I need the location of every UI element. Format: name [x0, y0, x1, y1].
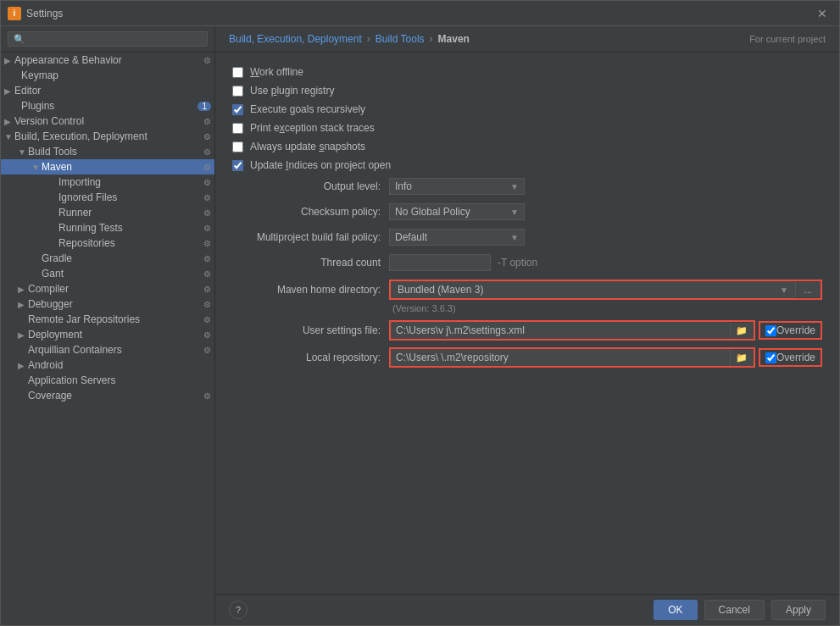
user-settings-override-label[interactable]: Override — [776, 324, 815, 336]
sidebar-item-runner[interactable]: Runner⚙ — [1, 205, 214, 220]
apply-button[interactable]: Apply — [771, 600, 826, 620]
execute-goals-checkbox[interactable] — [232, 104, 243, 115]
sidebar-item-running-tests[interactable]: Running Tests⚙ — [1, 220, 214, 235]
breadcrumb-sep-2: › — [430, 33, 433, 45]
work-offline-checkbox[interactable] — [232, 67, 243, 78]
local-repo-override-checkbox[interactable] — [765, 352, 776, 363]
execute-goals-label[interactable]: Execute goals recursively — [250, 103, 365, 115]
sidebar-item-label: Runner — [58, 207, 200, 219]
cancel-button[interactable]: Cancel — [704, 600, 765, 620]
work-offline-label[interactable]: Work offline — [250, 66, 303, 78]
search-input[interactable] — [8, 31, 208, 47]
sidebar-item-version-control[interactable]: ▶Version Control⚙ — [1, 114, 214, 129]
sidebar-item-arquillian[interactable]: Arquillian Containers⚙ — [1, 342, 214, 357]
maven-home-select[interactable]: Bundled (Maven 3) ▼ — [391, 281, 795, 298]
sidebar-item-android[interactable]: ▶Android — [1, 357, 214, 373]
settings-icon: ⚙ — [203, 239, 211, 248]
sidebar-item-label: Compiler — [28, 283, 200, 295]
breadcrumb: Build, Execution, Deployment › Build Too… — [215, 26, 839, 53]
breadcrumb-build[interactable]: Build, Execution, Deployment — [229, 33, 362, 45]
update-indices-checkbox[interactable] — [232, 160, 243, 171]
right-panel: Build, Execution, Deployment › Build Too… — [215, 26, 839, 625]
checkbox-plugin-registry: Use plugin registry — [232, 85, 822, 97]
sidebar-item-label: Arquillian Containers — [28, 344, 200, 356]
breadcrumb-project[interactable]: For current project — [749, 34, 826, 44]
sidebar-item-gradle[interactable]: Gradle⚙ — [1, 251, 214, 266]
multiproject-policy-control: Default ▼ — [389, 229, 822, 246]
badge: 1 — [197, 102, 211, 111]
maven-home-arrow: ▼ — [780, 285, 788, 295]
sidebar-item-label: Appearance & Behavior — [14, 54, 200, 66]
multiproject-policy-arrow: ▼ — [510, 233, 519, 242]
tree-arrow: ▶ — [18, 330, 28, 340]
multiproject-policy-select[interactable]: Default ▼ — [389, 229, 525, 246]
multiproject-policy-value: Default — [395, 231, 427, 243]
ok-button[interactable]: OK — [654, 600, 697, 620]
maven-home-row: Maven home directory: Bundled (Maven 3) … — [232, 280, 822, 300]
sidebar-item-maven[interactable]: ▼Maven⚙ — [1, 159, 214, 175]
sidebar-item-app-servers[interactable]: Application Servers — [1, 373, 214, 388]
plugin-registry-label[interactable]: Use plugin registry — [250, 85, 334, 97]
user-settings-row: User settings file: C:\Users\v j\.m2\set… — [232, 320, 822, 341]
sidebar-item-importing[interactable]: Importing⚙ — [1, 175, 214, 190]
local-repo-override-label[interactable]: Override — [776, 352, 815, 363]
output-level-arrow: ▼ — [510, 182, 519, 191]
sidebar-item-label: Version Control — [14, 115, 200, 127]
sidebar-item-label: Importing — [58, 176, 200, 188]
sidebar-item-appearance[interactable]: ▶Appearance & Behavior⚙ — [1, 53, 214, 68]
user-settings-value[interactable]: C:\Users\v j\.m2\settings.xml — [391, 322, 730, 339]
user-settings-override-wrap: Override — [759, 321, 822, 340]
update-indices-label[interactable]: Update Indices on project open — [250, 159, 391, 171]
always-update-checkbox[interactable] — [232, 141, 243, 152]
checksum-policy-arrow: ▼ — [510, 208, 519, 217]
sidebar-item-repositories[interactable]: Repositories⚙ — [1, 235, 214, 251]
sidebar-item-label: Ignored Files — [58, 191, 200, 203]
user-settings-override-checkbox[interactable] — [765, 325, 776, 336]
sidebar-item-compiler[interactable]: ▶Compiler⚙ — [1, 281, 214, 296]
sidebar-item-deployment[interactable]: ▶Deployment⚙ — [1, 327, 214, 342]
thread-count-input[interactable] — [389, 254, 491, 271]
settings-icon: ⚙ — [203, 330, 211, 340]
title-bar: i Settings ✕ — [1, 1, 839, 26]
tree-arrow: ▶ — [18, 300, 28, 309]
thread-count-control: -T option — [389, 254, 822, 271]
sidebar-item-label: Editor — [14, 85, 211, 97]
checksum-policy-label: Checksum policy: — [232, 206, 389, 218]
sidebar-item-label: Android — [28, 359, 211, 371]
always-update-label[interactable]: Always update snapshots — [250, 141, 365, 152]
tree-arrow: ▼ — [4, 132, 14, 141]
sidebar-item-remote-jar[interactable]: Remote Jar Repositories⚙ — [1, 312, 214, 327]
breadcrumb-build-tools[interactable]: Build Tools — [375, 33, 425, 45]
close-button[interactable]: ✕ — [812, 5, 832, 22]
print-exception-label[interactable]: Print exception stack traces — [250, 122, 375, 134]
sidebar-item-editor[interactable]: ▶Editor — [1, 83, 214, 98]
maven-home-browse-btn[interactable]: ... — [795, 282, 821, 297]
plugin-registry-checkbox[interactable] — [232, 86, 243, 97]
settings-icon: ⚙ — [203, 178, 211, 187]
settings-icon: ⚙ — [203, 346, 211, 355]
sidebar-item-plugins[interactable]: Plugins1 — [1, 98, 214, 114]
local-repo-browse-btn[interactable]: 📁 — [730, 350, 754, 366]
sidebar-item-gant[interactable]: Gant⚙ — [1, 266, 214, 281]
tree-arrow: ▶ — [4, 117, 14, 126]
sidebar-item-build-tools[interactable]: ▼Build Tools⚙ — [1, 144, 214, 159]
sidebar-item-build-exec[interactable]: ▼Build, Execution, Deployment⚙ — [1, 129, 214, 144]
sidebar-item-keymap[interactable]: Keymap — [1, 68, 214, 83]
user-settings-browse-btn[interactable]: 📁 — [730, 323, 754, 339]
sidebar-item-coverage[interactable]: Coverage⚙ — [1, 388, 214, 403]
user-settings-label: User settings file: — [232, 324, 389, 336]
search-box — [1, 26, 214, 53]
output-level-select[interactable]: Info ▼ — [389, 178, 525, 195]
settings-icon: ⚙ — [203, 254, 211, 263]
local-repo-label: Local repository: — [232, 352, 389, 363]
sidebar-item-ignored-files[interactable]: Ignored Files⚙ — [1, 190, 214, 205]
local-repo-value[interactable]: C:\Users\ \.m2\repository — [391, 349, 730, 366]
print-exception-checkbox[interactable] — [232, 123, 243, 134]
sidebar-item-debugger[interactable]: ▶Debugger⚙ — [1, 296, 214, 312]
settings-icon: ⚙ — [203, 285, 211, 294]
checksum-policy-select[interactable]: No Global Policy ▼ — [389, 203, 525, 220]
settings-icon: ⚙ — [203, 208, 211, 218]
settings-icon: ⚙ — [203, 147, 211, 157]
settings-icon: ⚙ — [203, 391, 211, 401]
help-button[interactable]: ? — [229, 601, 248, 619]
